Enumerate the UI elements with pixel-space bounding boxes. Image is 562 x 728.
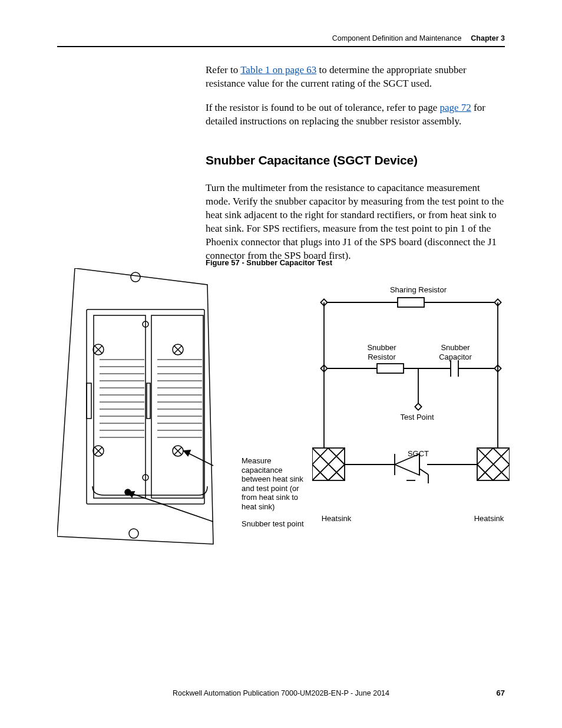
svg-rect-57: [377, 364, 404, 373]
paragraph-3: Turn the multimeter from the resistance …: [206, 182, 505, 263]
svg-rect-45: [147, 383, 150, 419]
svg-rect-44: [87, 383, 91, 419]
right-diagram-svg: [312, 286, 510, 528]
subheading-snubber-capacitance: Snubber Capacitance (SGCT Device): [206, 152, 505, 169]
page-number: 67: [497, 689, 505, 697]
svg-marker-66: [415, 403, 421, 410]
link-page72[interactable]: page 72: [439, 102, 471, 113]
label-test-point: Test Point: [394, 413, 441, 422]
label-snubber-capacitor: Snubber Capacitor: [426, 343, 485, 361]
svg-point-2: [129, 529, 138, 538]
label-sharing-resistor: Sharing Resistor: [389, 285, 448, 295]
label-snubber-test-point: Snubber test point: [242, 519, 304, 529]
right-diagram: [312, 286, 510, 528]
svg-marker-48: [184, 450, 190, 456]
paragraph-2: If the resistor is found to be out of to…: [206, 101, 505, 129]
figure-caption: Figure 57 - Snubber Capacitor Test: [206, 258, 332, 267]
body-column: Refer to Table 1 on page 63 to determine…: [206, 64, 505, 274]
header-rule: [57, 46, 505, 47]
svg-rect-4: [94, 315, 146, 498]
page-header: Component Definition and Maintenance Cha…: [57, 34, 505, 42]
paragraph-1: Refer to Table 1 on page 63 to determine…: [206, 64, 505, 91]
label-sgct: SGCT: [395, 449, 442, 459]
footer-publication: Rockwell Automation Publication 7000-UM2…: [57, 689, 505, 697]
p2-pre: If the resistor is found to be out of to…: [206, 102, 439, 113]
left-diagram-svg: [57, 268, 234, 548]
p1-pre: Refer to: [206, 64, 240, 75]
svg-rect-52: [398, 298, 424, 307]
svg-line-49: [128, 492, 213, 522]
label-snubber-resistor: Snubber Resistor: [352, 343, 411, 361]
svg-point-1: [131, 272, 140, 282]
svg-rect-5: [151, 315, 203, 498]
header-section: Component Definition and Maintenance: [332, 34, 462, 42]
left-diagram: [57, 268, 234, 548]
header-chapter: Chapter 3: [471, 34, 505, 42]
label-measure-capacitance: Measure capacitance between heat sink an…: [242, 456, 309, 512]
label-heatsink-left: Heatsink: [313, 514, 360, 523]
label-heatsink-right: Heatsink: [465, 514, 513, 523]
link-table1[interactable]: Table 1 on page 63: [240, 64, 316, 75]
svg-line-90: [419, 469, 428, 475]
